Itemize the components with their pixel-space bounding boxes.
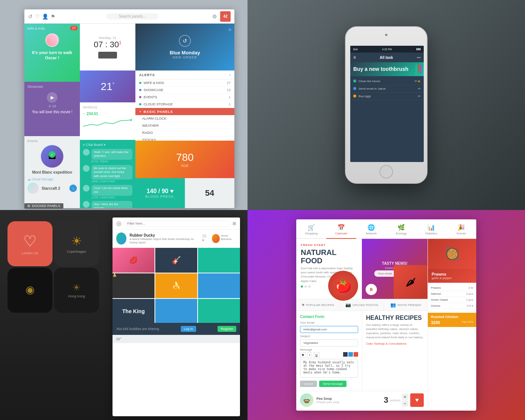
- heart-icon[interactable]: ♡: [35, 14, 40, 20]
- color-blue-btn[interactable]: [348, 352, 353, 357]
- chat-message-3: Cool ! Let me check them out. 17/25, 2 D…: [83, 185, 132, 199]
- nav-network[interactable]: 🌐 Network: [356, 222, 386, 238]
- login-btn[interactable]: Log in: [181, 326, 196, 332]
- alert-radio[interactable]: RADIO: [135, 129, 234, 136]
- task-item-2[interactable]: Send email to Jakub ✏: [350, 85, 424, 93]
- basic-panels-btn[interactable]: + BASIC PANELS: [135, 108, 234, 115]
- color-red-btn[interactable]: [354, 352, 358, 357]
- events-message: Mont Blanc expedition: [27, 170, 77, 174]
- portions-decrease-btn[interactable]: −: [402, 400, 408, 406]
- alert-item-showcase[interactable]: SHOWCASE 13: [135, 87, 234, 94]
- play-button[interactable]: ▶: [47, 92, 57, 103]
- nav-events[interactable]: 🎉 Events: [446, 222, 476, 238]
- post-thumb-5[interactable]: 🍌: [155, 273, 197, 298]
- dashboard-center-column: Monday, 31 07 : 301 21° NASDAQ ↑ 234.51: [80, 24, 135, 208]
- popular-recipes-label: POPULAR RECIPES: [306, 303, 334, 307]
- wife-message: It's your turn to walk Oscar !: [27, 50, 77, 61]
- blood-pressure-value: 140 / 90 ♥: [147, 188, 174, 195]
- popular-recipes-btn[interactable]: ♥ POPULAR RECIPES: [296, 299, 340, 310]
- ingredient-name-salmon: Salmon: [431, 292, 441, 296]
- nav-calendar[interactable]: 📅 Calendar: [326, 222, 356, 239]
- color-dark-btn[interactable]: [343, 352, 348, 357]
- dot-3[interactable]: [308, 285, 310, 288]
- upload-photos-btn[interactable]: 📷 UPLOAD PHOTOS: [340, 299, 384, 310]
- portions-increase-btn[interactable]: +: [402, 394, 408, 400]
- app-search-input[interactable]: [124, 220, 230, 227]
- phone-menu-icon[interactable]: ≡: [353, 55, 356, 60]
- panel-showcase[interactable]: Showcase ▶ ⊙ 13 You will love this movie…: [24, 82, 80, 136]
- task-edit-3[interactable]: ✏: [418, 94, 421, 98]
- tile-app-3[interactable]: ◉: [8, 268, 52, 313]
- dot-2[interactable]: [304, 285, 307, 288]
- task-edit-2[interactable]: ✏: [418, 87, 421, 91]
- register-btn[interactable]: Register: [218, 326, 236, 332]
- alert-item-events[interactable]: EVENTS 1: [135, 94, 234, 101]
- user-icon[interactable]: 👤: [42, 14, 48, 20]
- tile-app-4[interactable]: ☀ Hong Kong: [54, 268, 99, 313]
- download-button[interactable]: ↓: [69, 184, 77, 192]
- alert-item-wife[interactable]: WIFE & KIDS 27: [135, 80, 234, 87]
- nav-statistics[interactable]: 📊 Statistics: [416, 222, 446, 238]
- cancel-button[interactable]: Cancel: [300, 381, 317, 387]
- alert-stocks[interactable]: STOCKS: [135, 136, 234, 141]
- send-message-button[interactable]: Send message: [319, 381, 346, 387]
- app-filter-icon[interactable]: ⊞: [232, 221, 236, 226]
- task-item-1[interactable]: Clean the house ✏ ★: [350, 78, 424, 85]
- chicken-calories: 3200: [431, 320, 440, 325]
- search-bar[interactable]: Search panels...: [106, 13, 159, 20]
- phone-carrier: Bell: [353, 48, 358, 51]
- tile-app-1[interactable]: ♡ London UK: [8, 221, 52, 266]
- flag-icon[interactable]: ⚑: [51, 14, 56, 20]
- task-star-1[interactable]: ★: [417, 79, 421, 83]
- alert-weather[interactable]: WEATHER: [135, 122, 234, 129]
- phone-more-icon[interactable]: •••: [417, 56, 421, 60]
- panel-events[interactable]: Events 🏔 ✓ Mont Blanc expedition: [24, 136, 80, 174]
- task-item-3[interactable]: Buy eggs ✏: [350, 93, 424, 100]
- panel-chat-board: ≡ Chat Board ▾ Yeah ! I see, will make t…: [80, 140, 135, 208]
- alerts-arrow[interactable]: ›: [230, 73, 231, 77]
- post-thumb-3[interactable]: [198, 248, 240, 273]
- nav-ecology[interactable]: 🌿 Ecology: [386, 222, 416, 238]
- kcal-value: 780: [176, 152, 194, 164]
- italic-btn[interactable]: I: [308, 352, 312, 358]
- alert-item-cloud[interactable]: CLOUD STORAGE 1: [135, 101, 234, 108]
- back-icon[interactable]: ↺: [28, 14, 33, 20]
- cake-tastings-link[interactable]: Cake Tastings & Consultations: [366, 342, 406, 345]
- chat-message-2: Be sure to check out the sunset ones. Go…: [83, 165, 132, 183]
- events-check: ✓: [49, 151, 56, 158]
- message-textarea[interactable]: My Army husband usually eats at the mess…: [300, 359, 358, 378]
- recipe-bottom-grid: Contact Form Your Email Subject Message …: [296, 310, 428, 391]
- email-label: Your Email: [300, 321, 358, 324]
- subject-label: Subject: [300, 334, 358, 338]
- phone-home-button[interactable]: [380, 165, 393, 178]
- post-thumb-9[interactable]: [198, 299, 240, 323]
- food-side-image: 🥘: [428, 239, 476, 269]
- post-thumb-6[interactable]: [198, 273, 240, 298]
- email-input[interactable]: [300, 326, 358, 333]
- tile-app-2[interactable]: ☀ Copenhagen: [54, 221, 99, 266]
- panel-wife-kids[interactable]: Wife & Kids 27 It's your turn to walk Os…: [24, 24, 80, 82]
- roasted-chicken-title: Roasted Chicken: [431, 315, 473, 319]
- menu-button[interactable]: ≡: [228, 27, 231, 33]
- settings-icon[interactable]: ⚙: [212, 14, 217, 20]
- tile-label-4: Hong Kong: [68, 294, 85, 298]
- alert-alarm-clock[interactable]: ALARM CLOCK: [135, 115, 234, 122]
- post-thumb-4[interactable]: 🍌: [112, 273, 154, 298]
- task-edit-1[interactable]: ✏: [414, 79, 417, 83]
- post-thumb-7[interactable]: The King: [112, 299, 154, 323]
- ingredient-qty-salad: 2 pcs: [466, 298, 473, 302]
- post-thumb-1[interactable]: 💋: [112, 248, 154, 273]
- post-thumb-2[interactable]: 🎸: [155, 248, 197, 273]
- profile-sub: A weird inflatable object that floats mi…: [129, 237, 199, 244]
- statistics-icon: 📊: [428, 224, 435, 231]
- post-thumb-8[interactable]: [155, 299, 197, 323]
- panel-clock: Monday, 31 07 : 301: [80, 24, 135, 70]
- underline-btn[interactable]: U: [314, 352, 320, 358]
- favorite-button[interactable]: ♥: [410, 393, 424, 407]
- dot-1[interactable]: [301, 285, 303, 288]
- bold-btn[interactable]: B: [300, 352, 306, 358]
- subject-input[interactable]: [300, 339, 358, 346]
- invite-friends-btn[interactable]: 👥 INVITE FRIENDS: [384, 299, 428, 310]
- text-format-toolbar: B I U: [300, 352, 358, 358]
- nav-shopping[interactable]: 🛒 Shopping: [296, 222, 326, 238]
